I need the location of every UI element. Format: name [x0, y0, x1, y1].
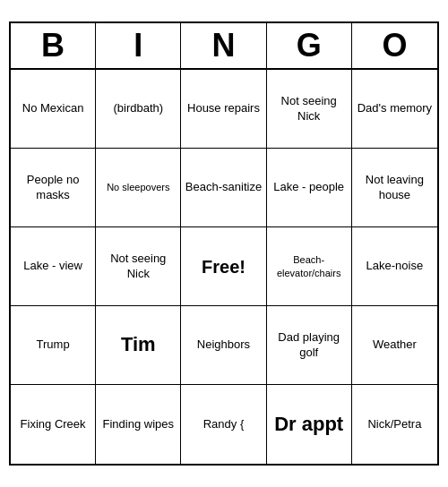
bingo-cell-5: People no masks — [11, 149, 96, 227]
bingo-cell-2: House repairs — [181, 70, 266, 149]
header-letter-i: I — [96, 23, 181, 68]
bingo-cell-16: Tim — [96, 306, 181, 385]
bingo-cell-20: Fixing Creek — [11, 385, 96, 464]
bingo-cell-14: Lake-noise — [352, 227, 437, 306]
bingo-cell-11: Not seeing Nick — [96, 227, 181, 306]
header-letter-b: B — [11, 23, 96, 68]
bingo-cell-15: Trump — [11, 306, 96, 385]
bingo-cell-17: Neighbors — [181, 306, 266, 385]
header-letter-g: G — [267, 23, 352, 68]
bingo-cell-13: Beach-elevator/chairs — [267, 227, 352, 306]
bingo-cell-24: Nick/Petra — [352, 385, 437, 464]
bingo-card: BINGO No Mexican(birdbath)House repairsN… — [9, 21, 439, 466]
bingo-cell-19: Weather — [352, 306, 437, 385]
bingo-cell-10: Lake - view — [11, 227, 96, 306]
bingo-cell-3: Not seeing Nick — [267, 70, 352, 149]
bingo-cell-7: Beach-sanitize — [181, 149, 266, 227]
bingo-cell-23: Dr appt — [267, 385, 352, 464]
header-letter-o: O — [352, 23, 437, 68]
bingo-cell-22: Randy { — [181, 385, 266, 464]
bingo-cell-18: Dad playing golf — [267, 306, 352, 385]
bingo-cell-21: Finding wipes — [96, 385, 181, 464]
bingo-cell-1: (birdbath) — [96, 70, 181, 149]
bingo-cell-4: Dad's memory — [352, 70, 437, 149]
bingo-cell-0: No Mexican — [11, 70, 96, 149]
bingo-header: BINGO — [11, 23, 437, 70]
bingo-cell-9: Not leaving house — [352, 149, 437, 227]
bingo-grid: No Mexican(birdbath)House repairsNot see… — [11, 70, 437, 464]
bingo-cell-6: No sleepovers — [96, 149, 181, 227]
header-letter-n: N — [181, 23, 266, 68]
bingo-cell-8: Lake - people — [267, 149, 352, 227]
bingo-cell-12: Free! — [181, 227, 266, 306]
